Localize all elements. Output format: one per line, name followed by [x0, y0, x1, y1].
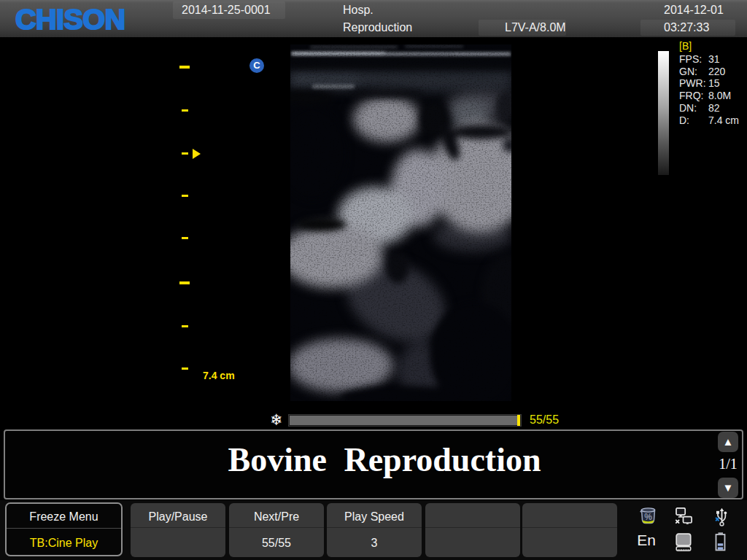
svg-text:%: %	[644, 512, 652, 522]
